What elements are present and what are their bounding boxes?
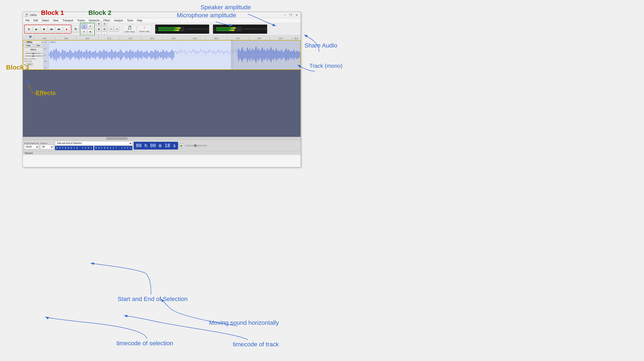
start-end-selection-annotation: Start and End of Selection — [118, 296, 188, 302]
speaker-vu-section: L R -54 -48 -42 -36 -30 -24 -18 -12 -6 0 — [213, 24, 267, 34]
pan-slider-row: L R — [24, 55, 43, 57]
moving-sound-annotation: Moving sound horizontally — [209, 319, 279, 326]
waveform-canvas — [49, 41, 300, 70]
status-bar: Stopped. — [23, 151, 300, 155]
waveform-scale: 1.0 0.5 0.0 -0.5 -1.0 — [44, 41, 49, 70]
pan-thumb[interactable] — [32, 55, 34, 57]
bottom-controls-bar: Project Rate (Hz) 44100 48000 22050 Snap… — [23, 140, 300, 151]
track-dropdown-button[interactable]: ▼ — [41, 41, 43, 43]
mic-l-label: L — [156, 27, 157, 29]
track-info-line1: Mono, 44100Hz — [24, 58, 43, 60]
stop-button[interactable]: ■ — [40, 26, 48, 33]
envelope-tool-button[interactable]: ↗ — [87, 24, 93, 29]
timecode-start-input[interactable]: 0 0 h 0 0 m 1 8 . 4 3 9 s — [55, 146, 93, 150]
record-button[interactable]: ● — [63, 26, 70, 33]
zoom-out-button[interactable]: ⊖ — [102, 22, 107, 26]
menu-view[interactable]: View — [51, 19, 60, 23]
snap-to-label: Snap-To — [40, 142, 54, 144]
menu-edit[interactable]: Edit — [32, 19, 40, 23]
project-rate-select[interactable]: 44100 48000 22050 — [24, 145, 39, 149]
playback-controls-mini: ▶ — [180, 143, 184, 148]
scroll-thumb[interactable] — [106, 137, 128, 140]
horizontal-scrollbar[interactable] — [23, 137, 300, 140]
speed-slider[interactable] — [186, 145, 207, 147]
share-audio-label: Share Audio — [139, 31, 150, 33]
menu-tracks[interactable]: Tracks — [76, 19, 87, 23]
audio-setup-group[interactable]: 🎵 Audio Setup — [123, 25, 136, 34]
waveform-container[interactable]: 1965a 1.0 0.5 0.0 -0.5 -1.0 — [44, 40, 300, 70]
track-collapse-button[interactable]: ▲ — [24, 63, 26, 66]
gain-plus[interactable]: + — [42, 52, 43, 55]
minimize-button[interactable]: − — [283, 13, 286, 17]
mute-button[interactable]: Mute — [24, 44, 33, 47]
tools-group: I ↗ ✏ ✦ — [80, 23, 95, 36]
scale-0.0: 0.0 — [44, 54, 48, 56]
gain-minus[interactable]: − — [24, 52, 25, 55]
audio-setup-icon: 🎵 — [127, 26, 132, 30]
loop-button[interactable]: ↻ — [72, 26, 79, 33]
snap-to-select[interactable]: Off Nearest — [40, 145, 54, 149]
timecode-selection-annotation: timecode of selection — [116, 340, 173, 347]
pan-r-label: R — [42, 55, 43, 57]
track-name: 1965a — [26, 41, 40, 43]
timecode-end-input[interactable]: 0 0 h 0 0 m 2 7 . 1 3 5 s — [94, 146, 132, 150]
playhead-marker[interactable] — [29, 36, 32, 39]
play-mini-button[interactable]: ▶ — [180, 143, 184, 148]
title-bar-controls: − ❐ ✕ — [283, 13, 299, 17]
maximize-button[interactable]: ❐ — [288, 13, 293, 17]
scale--1.0: -1.0 — [44, 67, 48, 69]
pan-l-label: L — [24, 55, 24, 57]
menu-bar: File Edit Select View Transport Tracks G… — [23, 18, 300, 23]
undo-button[interactable]: ↩ — [108, 27, 114, 32]
audio-setup-label: Audio Setup — [124, 31, 135, 33]
scale-0.5: 0.5 — [44, 48, 48, 50]
track-mute-solo: Mute Solo — [24, 44, 43, 47]
zoom-reset-button[interactable]: ⊟ — [102, 27, 107, 32]
menu-help[interactable]: Help — [135, 19, 144, 23]
gain-thumb[interactable] — [32, 53, 34, 54]
select-tool-button[interactable]: I — [81, 24, 87, 29]
mic-r-label: R — [156, 29, 158, 31]
skip-end-button[interactable]: ⏭ — [56, 26, 62, 33]
menu-file[interactable]: File — [24, 19, 31, 23]
speaker-vu-meter — [216, 27, 242, 31]
status-text: Stopped. — [24, 152, 33, 154]
track-area: ✕ 1965a ▼ Mute Solo Effects − + L — [23, 40, 300, 70]
play-button[interactable]: ▶ — [33, 26, 40, 33]
app-window: 🎵 1965a − ❐ ✕ File Edit Select View Tran… — [23, 12, 301, 167]
scale-1.0: 1.0 — [44, 42, 48, 43]
title-bar-text: 1965a — [30, 14, 37, 17]
solo-button[interactable]: Solo — [34, 44, 43, 47]
ruler-mark-25: 25.0 — [184, 37, 206, 40]
speed-thumb[interactable] — [194, 144, 197, 147]
menu-tools[interactable]: Tools — [125, 19, 135, 23]
close-button[interactable]: ✕ — [294, 13, 299, 17]
timecode-inputs: 0 0 h 0 0 m 1 8 . 4 3 9 s 0 0 h 0 0 m 2 … — [55, 146, 132, 150]
ruler-mark-23: 23.0 — [141, 37, 162, 40]
ruler-mark-20: 20.0 — [76, 37, 98, 40]
multi-tool-button[interactable]: ✦ — [87, 29, 93, 35]
selection-mode-select[interactable]: Start and End of Selection Start and Len… — [55, 141, 132, 145]
zoom-in-button[interactable]: ⊕ — [96, 22, 101, 26]
toolbar-area: ⏸ ▶ ■ ⏮ ⏭ ● ↻ I ↗ ✏ ✦ ⊕ ⊖ ⊞ ⊟ ↔ ↕ ↩ ↪ — [23, 23, 300, 35]
ruler-mark-19: 19.0 — [55, 37, 77, 40]
mic-vu-section: L R -54 -48 -42 -36 -30 -24 -18 -12 -6 0 — [155, 24, 209, 34]
effects-button[interactable]: Effects — [24, 48, 43, 52]
timeline-ruler[interactable]: 18.0 19.0 20.0 21.0 22.0 23.0 24.0 25.0 … — [23, 35, 300, 40]
skip-start-button[interactable]: ⏮ — [48, 26, 55, 33]
speed-control — [186, 145, 207, 147]
menu-analyze[interactable]: Analyze — [112, 19, 125, 23]
zoom-fit-button[interactable]: ⊞ — [96, 27, 101, 32]
pause-button[interactable]: ⏸ — [26, 26, 32, 33]
track-select-button[interactable]: Select — [26, 63, 33, 66]
pencil-tool-button[interactable]: ✏ — [81, 29, 87, 35]
track-close-button[interactable]: ✕ — [24, 41, 26, 43]
track-mono-annotation: Track (mono) — [310, 63, 342, 69]
menu-transport[interactable]: Transport — [60, 19, 75, 23]
pan-slider[interactable] — [25, 56, 41, 56]
menu-select[interactable]: Select — [40, 19, 51, 23]
redo-button[interactable]: ↪ — [114, 27, 119, 32]
gain-slider[interactable] — [26, 53, 41, 54]
share-audio-group[interactable]: ↑ Share Audio — [137, 25, 152, 33]
share-audio-annotation: Share Audio — [304, 42, 338, 49]
